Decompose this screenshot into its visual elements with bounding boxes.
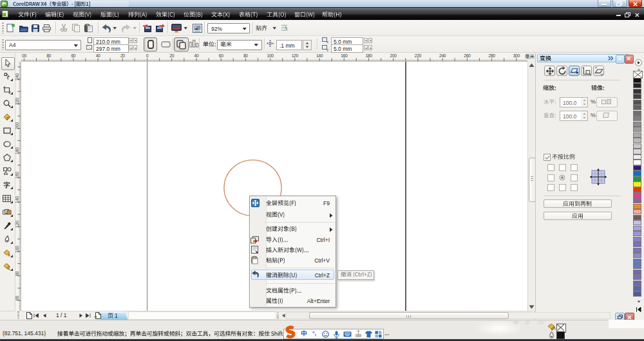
svg-text:y: y bbox=[327, 48, 328, 51]
svg-text:x: x bbox=[327, 40, 328, 44]
